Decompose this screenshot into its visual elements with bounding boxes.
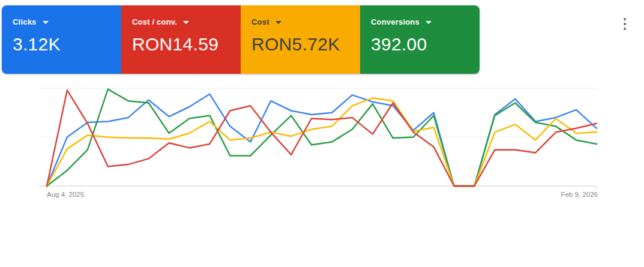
scorecard-cost[interactable]: Cost RON5.72K <box>241 5 360 74</box>
chevron-down-icon[interactable] <box>43 21 49 24</box>
kebab-menu-icon <box>624 18 626 20</box>
kebab-menu-icon <box>624 23 626 25</box>
scorecard-label: Cost <box>251 17 269 26</box>
series-line-cost <box>47 98 597 186</box>
scorecard-conversions[interactable]: Conversions 392.00 <box>360 5 480 74</box>
scorecard-label: Conversions <box>371 17 420 26</box>
chevron-down-icon[interactable] <box>183 21 189 24</box>
performance-chart: Aug 4, 2025 Feb 9, 2026 <box>0 84 644 207</box>
chevron-down-icon[interactable] <box>426 21 432 24</box>
x-axis-start-date: Aug 4, 2025 <box>47 191 84 198</box>
metric-scorecards: Clicks 3.12K Cost / conv. RON14.59 Cost … <box>2 5 480 74</box>
scorecard-label: Cost / conv. <box>132 17 177 26</box>
scorecard-value: 3.12K <box>13 34 113 55</box>
series-line-clicks <box>47 94 597 186</box>
scorecard-label: Clicks <box>13 17 37 26</box>
more-options-button[interactable] <box>618 13 631 35</box>
scorecard-cost-per-conv[interactable]: Cost / conv. RON14.59 <box>121 5 241 74</box>
scorecard-value: 392.00 <box>371 34 471 55</box>
chevron-down-icon[interactable] <box>275 21 281 24</box>
performance-chart-svg <box>0 84 644 207</box>
scorecard-clicks[interactable]: Clicks 3.12K <box>2 5 121 74</box>
scorecard-value: RON5.72K <box>251 34 352 55</box>
x-axis-end-date: Feb 9, 2026 <box>561 191 598 198</box>
ads-overview-panel: Clicks 3.12K Cost / conv. RON14.59 Cost … <box>0 0 644 267</box>
scorecard-value: RON14.59 <box>132 34 232 55</box>
kebab-menu-icon <box>624 28 626 30</box>
